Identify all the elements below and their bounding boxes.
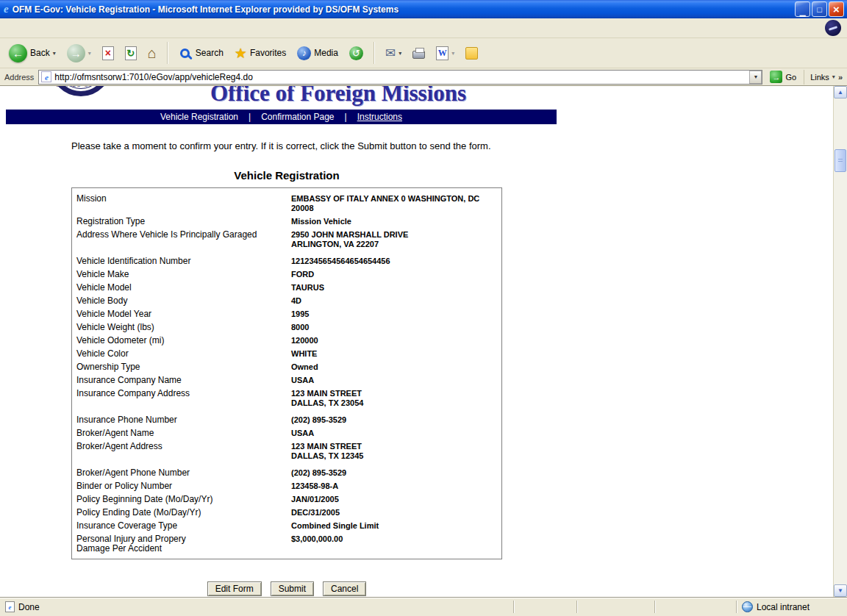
media-icon: ♪ bbox=[297, 46, 311, 60]
field-label: Vehicle Color bbox=[76, 349, 291, 359]
nav-instructions[interactable]: Instructions bbox=[357, 112, 402, 122]
field-label: Insurance Coverage Type bbox=[76, 521, 291, 531]
maximize-button[interactable]: □ bbox=[812, 1, 827, 17]
back-button[interactable]: ← Back ▾ bbox=[4, 41, 60, 65]
field-row: Ownership Type Owned bbox=[72, 361, 501, 374]
history-icon: ↺ bbox=[349, 46, 363, 60]
field-row: Mission EMBASSY OF ITALY ANNEX 0 WASHING… bbox=[72, 193, 501, 215]
field-value: 2950 JOHN MARSHALL DRIVE ARLINGTON, VA 2… bbox=[291, 230, 497, 249]
field-label: Ownership Type bbox=[76, 362, 291, 372]
cancel-button[interactable]: Cancel bbox=[323, 581, 366, 596]
field-value: (202) 895-3529 bbox=[291, 468, 497, 478]
notes-button[interactable] bbox=[461, 44, 482, 62]
print-icon bbox=[412, 51, 425, 59]
confirmation-table: Mission EMBASSY OF ITALY ANNEX 0 WASHING… bbox=[71, 187, 502, 559]
links-bar[interactable]: Links ▾ » bbox=[804, 70, 844, 85]
mail-dropdown-icon[interactable]: ▾ bbox=[399, 50, 401, 57]
close-button[interactable]: × bbox=[829, 1, 844, 17]
address-input[interactable] bbox=[54, 71, 749, 83]
home-button[interactable]: ⌂ bbox=[143, 43, 161, 62]
field-label: Mission bbox=[76, 194, 291, 213]
menu-item[interactable] bbox=[16, 25, 28, 31]
search-button[interactable]: Search bbox=[174, 44, 228, 62]
field-value: TAURUS bbox=[291, 283, 497, 293]
field-label: Vehicle Model bbox=[76, 283, 291, 293]
menu-item[interactable] bbox=[51, 25, 63, 31]
menu-item[interactable] bbox=[63, 25, 75, 31]
field-row: Vehicle Color WHITE bbox=[72, 348, 501, 361]
edit-dropdown-icon[interactable]: ▾ bbox=[451, 50, 454, 57]
refresh-button[interactable]: ↻ bbox=[121, 43, 141, 63]
favorites-button[interactable]: ★ Favorites bbox=[230, 43, 290, 63]
field-label: Vehicle Odometer (mi) bbox=[76, 336, 291, 345]
form-title: Vehicle Registration bbox=[71, 169, 502, 182]
forward-dropdown-icon[interactable]: ▾ bbox=[88, 50, 91, 57]
maximize-icon: □ bbox=[817, 5, 822, 14]
favorites-label: Favorites bbox=[250, 48, 286, 58]
submit-button[interactable]: Submit bbox=[271, 581, 314, 596]
field-value: Owned bbox=[291, 362, 497, 372]
field-label: Vehicle Weight (lbs) bbox=[76, 323, 291, 332]
search-label: Search bbox=[196, 48, 224, 58]
field-value: $3,000,000.00 bbox=[291, 534, 497, 554]
browser-window: e OFM E-Gov: Vehicle Registration - Micr… bbox=[0, 0, 847, 616]
go-button[interactable]: → Go bbox=[767, 70, 799, 84]
forward-button[interactable]: → ▾ bbox=[62, 41, 96, 65]
field-label: Insurance Company Address bbox=[76, 389, 291, 408]
field-value: DEC/31/2005 bbox=[291, 508, 497, 517]
refresh-icon: ↻ bbox=[125, 46, 137, 60]
scrollbar-thumb[interactable] bbox=[835, 149, 846, 172]
field-row: Insurance Phone Number (202) 895-3529 bbox=[72, 414, 501, 427]
site-nav: Vehicle Registration | Confirmation Page… bbox=[6, 110, 557, 124]
field-value: 1212345654564654654456 bbox=[291, 257, 497, 266]
menu-item[interactable] bbox=[40, 25, 51, 31]
page-favicon: e bbox=[41, 71, 51, 82]
field-row: Insurance Company Name USAA bbox=[72, 374, 501, 387]
scroll-down-button[interactable]: ▼ bbox=[834, 584, 847, 597]
field-row: Policy Beginning Date (Mo/Day/Yr) JAN/01… bbox=[72, 493, 501, 506]
field-label: Vehicle Body bbox=[76, 296, 291, 306]
field-row: Binder or Policy Number 123458-98-A bbox=[72, 480, 501, 493]
refresh-glyph: ↻ bbox=[126, 48, 135, 59]
edit-with-word-button[interactable]: W ▾ bbox=[432, 43, 459, 63]
minimize-button[interactable]: ▁ bbox=[795, 1, 810, 17]
stop-x-glyph: × bbox=[105, 47, 111, 59]
field-row: Registration Type Mission Vehicle bbox=[72, 215, 501, 229]
links-label: Links bbox=[810, 73, 829, 82]
media-button[interactable]: ♪ Media bbox=[293, 43, 343, 63]
scrollbar-track[interactable] bbox=[834, 99, 847, 584]
field-label: Personal Injury and Propery Damage Per A… bbox=[76, 534, 291, 554]
field-row: Insurance Company Address 123 MAIN STREE… bbox=[72, 387, 501, 410]
close-icon: × bbox=[833, 3, 840, 15]
field-label: Policy Beginning Date (Mo/Day/Yr) bbox=[76, 495, 291, 504]
address-bar: Address e ▼ → Go Links ▾ » bbox=[0, 68, 847, 86]
back-label: Back bbox=[30, 48, 50, 58]
toolbar: ← Back ▾ → ▾ × ↻ ⌂ Search ★ Favorites ♪ … bbox=[0, 38, 847, 68]
field-label: Binder or Policy Number bbox=[76, 481, 291, 491]
go-arrow-icon: → bbox=[770, 71, 782, 83]
nav-confirmation-page[interactable]: Confirmation Page bbox=[261, 112, 334, 122]
web-page: STATES OF AM Office of Foreign Missions … bbox=[0, 86, 833, 597]
field-label: Address Where Vehicle Is Principally Gar… bbox=[76, 230, 291, 249]
home-icon: ⌂ bbox=[148, 46, 157, 60]
links-chevron-icon[interactable]: » bbox=[838, 73, 843, 82]
nav-vehicle-registration[interactable]: Vehicle Registration bbox=[160, 112, 238, 122]
field-value: 123 MAIN STREET DALLAS, TX 23054 bbox=[291, 389, 497, 408]
field-label: Policy Ending Date (Mo/Day/Yr) bbox=[76, 508, 291, 517]
address-dropdown-button[interactable]: ▼ bbox=[749, 71, 762, 84]
edit-form-button[interactable]: Edit Form bbox=[207, 581, 262, 596]
field-value: USAA bbox=[291, 429, 497, 438]
stop-button[interactable]: × bbox=[98, 43, 118, 63]
field-row: Vehicle Odometer (mi) 120000 bbox=[72, 334, 501, 348]
history-button[interactable]: ↺ bbox=[345, 43, 368, 63]
field-row: Vehicle Weight (lbs) 8000 bbox=[72, 321, 501, 334]
scroll-up-button[interactable]: ▲ bbox=[834, 86, 847, 99]
window-title: OFM E-Gov: Vehicle Registration - Micros… bbox=[12, 4, 793, 15]
security-zone-text: Local intranet bbox=[757, 602, 810, 612]
menu-item[interactable] bbox=[28, 25, 40, 31]
mail-button[interactable]: ✉ ▾ bbox=[381, 43, 406, 64]
back-dropdown-icon[interactable]: ▾ bbox=[53, 50, 56, 57]
menu-item[interactable] bbox=[4, 25, 16, 31]
menu-bar bbox=[0, 18, 847, 38]
print-button[interactable] bbox=[408, 44, 429, 62]
